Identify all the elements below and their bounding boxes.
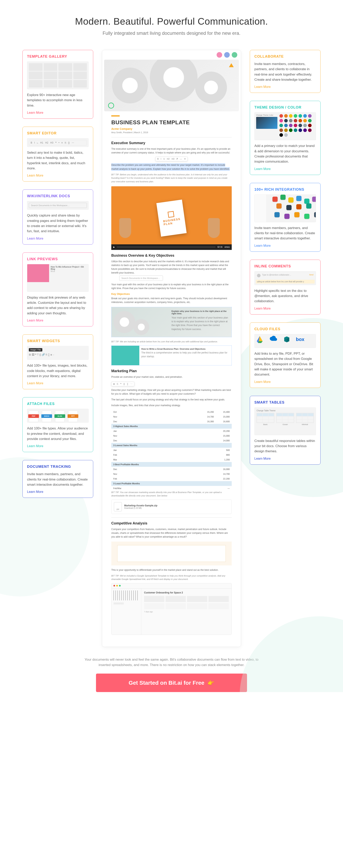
feature-card-collaborate: COLLABORATEInvite team members, contract… [250, 50, 320, 93]
card-body: Invite team members, contractors, partne… [254, 61, 316, 82]
competitive-table [111, 541, 232, 565]
learn-more-link[interactable]: Learn More [27, 381, 43, 385]
toolbar-btn[interactable]: ⁋ [177, 158, 178, 160]
toolbar-btn[interactable]: ❝ [120, 383, 121, 385]
doc-byline: Amy Smith, President | March 1, 2018 [111, 131, 232, 133]
avatar[interactable] [231, 52, 238, 58]
interlink-search[interactable]: Search Documents in this Workspace… [119, 276, 163, 281]
lp-title: How to Write a Great Business Plan: Over… [141, 348, 206, 350]
paragraph: Break out your goals into short-term, mi… [111, 297, 232, 304]
card-body: Invite team members, partners, and clien… [27, 472, 89, 487]
section-heading: Business Overview & Key Objectives [111, 253, 232, 258]
video-embed[interactable]: BUSINESSPLAN ▶ 02:16 vimeo [111, 186, 232, 250]
learn-more-link[interactable]: Learn More [254, 307, 271, 310]
card-title: SMART WIDGETS [27, 339, 89, 343]
doc-banner [104, 60, 239, 111]
floating-toolbar[interactable]: BIUH2H3⁋—✛ [155, 157, 187, 161]
highlighted-text[interactable]: Describe the problem you are solving and… [111, 163, 232, 171]
accent-bar [111, 115, 120, 117]
toolbar-btn[interactable]: ⊞ [113, 383, 115, 385]
footer-text: Your documents will never look and feel … [82, 657, 261, 668]
learn-more-link[interactable]: Learn More [254, 85, 271, 89]
toolbar-btn[interactable]: ⎘ [117, 383, 118, 385]
card-title: CLOUD FILES [254, 327, 316, 331]
cta-button[interactable]: Get Started on Bit.ai for Free 👉 [96, 674, 247, 692]
card-body: Explore 90+ interactive new age template… [27, 92, 89, 108]
card-body: Add links to any file, PDF, PPT, or spre… [254, 351, 316, 377]
card-body: Add 100+ file types. Allow your audience… [27, 426, 89, 441]
widget-toolbar[interactable]: ⊞⎘❝{}∑⋯ [111, 382, 134, 386]
image-callout[interactable]: Explain why your business is in the righ… [111, 307, 232, 337]
feature-card-tables: SMART TABLESChange Table ThemeBasicOcean… [250, 396, 320, 465]
toolbar-btn[interactable]: I [161, 158, 161, 160]
card-title: THEME DESIGN / COLOR [254, 105, 316, 110]
toolbar-btn[interactable]: — [180, 158, 182, 160]
section-heading: Executive Summary [111, 141, 232, 145]
doc-title: BUSINESS PLAN TEMPLATE [111, 119, 232, 126]
paragraph: The executive summary is one of the most… [111, 147, 232, 155]
paragraph: The last part should focus on your prici… [111, 398, 232, 402]
sheet-meta: 7 days ago [144, 611, 229, 613]
feature-card-link-previews: LINK PREVIEWSHow To Mix Influencer Proje… [23, 252, 93, 327]
video-controls[interactable]: ▶ 02:16 vimeo [111, 244, 232, 250]
feature-card-integrations: 100+ RICH IntegrationsInvite team member… [250, 183, 320, 252]
section-heading: Competitive Analysis [111, 521, 232, 525]
learn-more-link[interactable]: Learn More [254, 380, 271, 384]
file-name: Marketing-Assets-Sample.zip [124, 504, 157, 507]
avatar[interactable] [216, 52, 223, 58]
card-body: Invite team members, partners, and clien… [254, 225, 316, 241]
card-title: WIKI/INTERLINK DOCS [27, 194, 89, 198]
card-title: INLINE COMMENTS [254, 264, 316, 269]
learn-more-link[interactable]: Learn More [27, 490, 43, 494]
feature-card-smart-editor: SMART EDITORBI⎁H1H2H3❝•≡⎘{}⋯Oooh! Where … [23, 127, 93, 182]
toolbar-btn[interactable]: ✛ [184, 158, 186, 160]
card-title: DOCUMENT TRACKING [27, 465, 89, 469]
card-body: Select any text to make it bold, italics… [27, 150, 89, 171]
toolbar-btn[interactable]: H2 [167, 158, 170, 160]
card-thumb: PDFDOCXXLSXPPT [27, 409, 89, 423]
card-thumb: Image / File⊞ 🖼 ❝ T {} 🔗 ⎘ ∑ ▦ ⋯ [27, 346, 89, 360]
learn-more-link[interactable]: Learn More [27, 319, 43, 322]
learn-more-link[interactable]: Learn More [254, 457, 271, 460]
right-column: COLLABORATEInvite team members, contract… [250, 50, 320, 647]
hero-subtitle: Fully integrated smart living documents … [0, 30, 343, 36]
card-title: SMART TABLES [254, 400, 316, 405]
feature-card-theme: THEME DESIGN / COLORChange Theme ColorAd… [250, 101, 320, 175]
learn-more-link[interactable]: Learn More [254, 244, 271, 248]
toolbar-btn[interactable]: ∑ [127, 383, 128, 385]
learn-more-link[interactable]: Learn More [27, 174, 43, 177]
card-title: SMART EDITOR [27, 131, 89, 135]
learn-more-link[interactable]: Learn More [27, 111, 43, 115]
card-body: Add 100+ file types, images, text blocks… [27, 363, 89, 379]
toolbar-btn[interactable]: B [157, 158, 159, 160]
file-attachment[interactable]: ZIP Marketing-Assets-Sample.zip Download… [111, 500, 232, 514]
card-title: TEMPLATE GALLERY [27, 55, 89, 59]
play-icon[interactable]: ▶ [113, 246, 115, 248]
pointing-hand-icon: 👉 [208, 680, 214, 686]
avatar[interactable] [224, 52, 230, 58]
zip-icon: ZIP [114, 502, 122, 512]
left-column: TEMPLATE GALLERYExplore 90+ interactive … [23, 50, 93, 647]
learn-more-link[interactable]: Learn More [27, 237, 43, 240]
tip: BIT TIP: We've included a Google Spreads… [111, 574, 232, 581]
link-preview[interactable]: How to Write a Great Business Plan: Over… [111, 345, 232, 365]
learn-more-link[interactable]: Learn More [27, 444, 43, 448]
feature-card-attach-files: ATTACH FILESPDFDOCXXLSXPPTAdd 100+ file … [23, 397, 93, 452]
document-preview: BUSINESS PLAN TEMPLATE Acme Company Amy … [102, 50, 241, 647]
callout-heading: Explain why your business is in the righ… [172, 310, 226, 315]
paragraph: Compare your competitors from features, … [111, 527, 232, 539]
toolbar-btn[interactable]: {} [123, 383, 125, 385]
feature-card-doc-tracking: DOCUMENT TRACKINGInvite team members, pa… [23, 460, 93, 498]
toolbar-btn[interactable]: H3 [172, 158, 175, 160]
section-heading: Marketing Plan [111, 369, 232, 373]
toolbar-btn[interactable]: ⋯ [130, 383, 132, 385]
toolbar-btn[interactable]: U [163, 158, 165, 160]
video-time: 02:16 [217, 246, 222, 248]
feature-card-comments: INLINE COMMENTSType to @mention collabor… [250, 260, 320, 314]
spreadsheet-embed[interactable]: ░░░░░░░░ Customer Onboarding for Space 2… [111, 583, 232, 635]
file-meta: Download (1.22 kB) [124, 507, 157, 509]
learn-more-link[interactable]: Learn More [254, 167, 271, 171]
card-thumb [254, 194, 316, 222]
feature-card-cloud: CLOUD FILES box Add links to any file, P… [250, 322, 320, 388]
callout-body: Your main goal with this section of your… [172, 316, 229, 331]
